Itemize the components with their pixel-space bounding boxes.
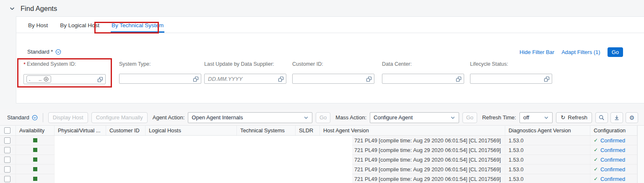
value-help-icon[interactable] <box>544 76 550 82</box>
configuration-cell: ✓ Confirmed <box>590 155 637 164</box>
refresh-button[interactable]: ↻ Refresh <box>556 112 592 123</box>
field-extended-system-id: *Extended System ID: . .. <box>23 61 106 84</box>
select-all-checkbox[interactable] <box>4 127 10 134</box>
value-help-icon[interactable] <box>193 76 199 82</box>
field-customer-id: Customer ID: <box>292 61 374 84</box>
agent-action-go-button[interactable]: Go <box>316 112 330 123</box>
search-button[interactable] <box>595 112 608 123</box>
availability-green-indicator <box>33 138 37 142</box>
agent-action-select[interactable]: Open Agent Internals <box>188 112 312 123</box>
system-type-input[interactable] <box>122 74 192 83</box>
col-configuration[interactable]: Configuration <box>590 126 637 135</box>
tab-by-logical-host[interactable]: By Logical Host <box>59 18 100 33</box>
mass-action-select[interactable]: Configure Agent <box>370 112 459 123</box>
filter-variant-label: Standard * <box>27 49 53 55</box>
field-label: Customer ID: <box>292 61 374 67</box>
col-logical-hosts[interactable]: Logical Hosts <box>145 126 237 135</box>
page-title: Find Agents <box>21 5 57 13</box>
customer-id-input[interactable] <box>295 74 365 83</box>
table-variant-selector[interactable]: Standard <box>7 114 38 121</box>
token-text: . .. <box>29 76 42 82</box>
configuration-cell: ✓ Confirmed <box>590 165 637 174</box>
field-label: *Extended System ID: <box>23 61 106 67</box>
row-checkbox[interactable] <box>4 176 10 182</box>
filter-variant-selector[interactable]: Standard * <box>27 49 61 55</box>
value-help-icon[interactable] <box>366 76 372 82</box>
value-help-icon[interactable] <box>456 76 462 82</box>
tab-by-technical-system[interactable]: By Technical System <box>111 18 164 33</box>
refresh-time-select[interactable]: off <box>519 112 553 123</box>
toolbar-right-icons: ⚙ <box>595 112 638 123</box>
toolbar-separator <box>43 113 43 122</box>
diagnostics-agent-version-cell: 1.53.0 <box>505 145 590 155</box>
system-id-token[interactable]: . .. <box>26 75 51 83</box>
mass-action-go-button[interactable]: Go <box>462 112 477 123</box>
availability-cell <box>16 136 55 145</box>
configuration-link[interactable]: Confirmed <box>600 147 625 153</box>
configuration-cell: ✓ Confirmed <box>590 145 637 155</box>
adapt-filters-link[interactable]: Adapt Filters (1) <box>561 49 600 55</box>
availability-green-indicator <box>33 167 37 171</box>
collapse-chevron-icon[interactable] <box>9 6 15 12</box>
availability-green-indicator <box>33 177 37 181</box>
field-label: Lifecycle Status: <box>470 61 552 67</box>
display-host-button[interactable]: Display Host <box>48 112 88 123</box>
filter-go-button[interactable]: Go <box>608 47 623 57</box>
row-checkbox[interactable] <box>4 157 10 163</box>
find-agents-page: Find Agents By Host By Logical Host By T… <box>0 0 644 183</box>
panel-header: Find Agents <box>9 5 57 13</box>
col-diagnostics-agent-version[interactable]: Diagnostics Agent Version <box>505 126 590 135</box>
table-header-row: Availability Physical/Virtual ... Custom… <box>0 126 644 136</box>
row-checkbox[interactable] <box>4 166 10 173</box>
hide-filter-bar-link[interactable]: Hide Filter Bar <box>519 49 554 55</box>
field-label: Last Update by Data Supplier: <box>204 61 286 67</box>
tab-bar: By Host By Logical Host By Technical Sys… <box>16 17 644 33</box>
check-icon: ✓ <box>594 137 598 143</box>
field-lifecycle-status: Lifecycle Status: <box>470 61 552 84</box>
redacted-data-block <box>55 136 352 183</box>
export-button[interactable] <box>610 112 623 123</box>
check-icon: ✓ <box>594 147 598 153</box>
col-sldr[interactable]: SLDR <box>296 126 320 135</box>
value-help-icon[interactable] <box>97 77 103 82</box>
extended-system-id-input[interactable]: . .. <box>23 74 106 84</box>
agent-action-label: Agent Action: <box>153 114 185 121</box>
configuration-cell: ✓ Confirmed <box>590 174 637 183</box>
col-host-agent-version[interactable]: Host Agent Version <box>320 126 505 135</box>
configuration-link[interactable]: Confirmed <box>600 137 625 144</box>
col-customer-id[interactable]: Customer ID <box>106 126 145 135</box>
download-icon <box>614 115 620 121</box>
refresh-button-label: Refresh <box>568 114 587 121</box>
col-technical-systems[interactable]: Technical Systems <box>237 126 296 135</box>
search-icon <box>599 115 605 121</box>
availability-green-indicator <box>33 148 37 152</box>
availability-cell <box>16 174 55 183</box>
configuration-link[interactable]: Confirmed <box>600 166 625 173</box>
row-checkbox[interactable] <box>4 137 10 144</box>
col-physical-virtual[interactable]: Physical/Virtual ... <box>55 126 106 135</box>
row-checkbox[interactable] <box>4 147 10 153</box>
chevron-down-icon <box>544 115 549 120</box>
check-icon: ✓ <box>594 176 598 182</box>
refresh-time-value: off <box>523 114 529 121</box>
data-center-input[interactable] <box>385 74 454 83</box>
diagnostics-agent-version-cell: 1.53.0 <box>505 174 590 183</box>
value-help-icon[interactable] <box>278 76 284 82</box>
lifecycle-status-input[interactable] <box>473 74 543 83</box>
availability-green-indicator <box>33 157 37 162</box>
diagnostics-agent-version-cell: 1.53.0 <box>505 155 590 164</box>
chevron-down-icon <box>304 115 309 120</box>
configuration-link[interactable]: Confirmed <box>600 157 625 163</box>
field-label: System Type: <box>119 61 201 67</box>
table-scrollbar-track[interactable] <box>637 126 644 183</box>
token-remove-icon[interactable] <box>44 77 49 82</box>
chevron-circle-icon <box>32 115 38 121</box>
tab-by-host[interactable]: By Host <box>27 18 49 33</box>
col-availability[interactable]: Availability <box>16 126 55 135</box>
last-update-date-input[interactable] <box>207 74 277 83</box>
find-agents-panel: By Host By Logical Host By Technical Sys… <box>16 16 644 103</box>
configuration-link[interactable]: Confirmed <box>600 176 625 182</box>
settings-button[interactable]: ⚙ <box>626 112 638 123</box>
check-icon: ✓ <box>594 157 598 162</box>
configure-manually-button[interactable]: Configure Manually <box>91 112 148 123</box>
